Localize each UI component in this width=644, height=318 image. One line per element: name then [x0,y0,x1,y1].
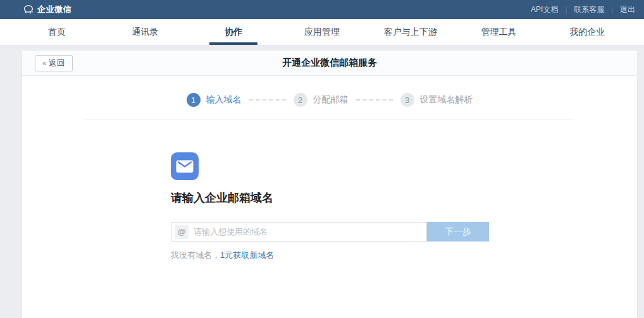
step-number-badge: 3 [400,93,414,107]
input-row: @ 下一步 [171,222,637,242]
tab-customers[interactable]: 客户与上下游 [366,19,455,45]
topbar: 企业微信 API文档 ｜ 联系客服 ｜ 退出 [0,0,644,19]
step-connector [356,99,393,101]
logo-text: 企业微信 [37,4,71,15]
step-indicator: 1 输入域名 2 分配邮箱 3 设置域名解析 [22,93,637,107]
back-button-label: 返回 [49,58,65,69]
main-nav: 首页 通讯录 协作 应用管理 客户与上下游 管理工具 我的企业 [0,19,644,46]
back-chevron-icon: « [42,59,47,68]
domain-input-wrapper: @ [171,222,427,242]
tab-contacts[interactable]: 通讯录 [101,19,190,45]
form-heading: 请输入企业邮箱域名 [171,190,637,205]
api-docs-link[interactable]: API文档 [531,4,558,15]
tab-collaboration[interactable]: 协作 [189,19,278,45]
tab-admin-tools[interactable]: 管理工具 [455,19,543,45]
domain-form: 请输入企业邮箱域名 @ 下一步 我没有域名，1元获取新域名 [171,152,637,261]
separator: ｜ [609,5,616,15]
hint-text: 我没有域名， [171,250,220,260]
step-label: 分配邮箱 [313,94,349,106]
chat-bubble-icon [23,4,34,15]
step-label: 设置域名解析 [420,94,473,106]
at-symbol-icon: @ [175,225,189,239]
next-step-button[interactable]: 下一步 [427,222,489,242]
step-enter-domain: 1 输入域名 [187,93,242,107]
tab-my-company[interactable]: 我的企业 [543,19,631,45]
tab-home[interactable]: 首页 [13,19,101,45]
mail-setup-card: « 返回 开通企业微信邮箱服务 1 输入域名 2 分配邮箱 3 [22,51,637,318]
topbar-links: API文档 ｜ 联系客服 ｜ 退出 [531,4,635,15]
page-title: 开通企业微信邮箱服务 [282,57,377,69]
content-area: « 返回 开通企业微信邮箱服务 1 输入域名 2 分配邮箱 3 [0,46,644,318]
separator: ｜ [562,5,569,15]
screen: 企业微信 API文档 ｜ 联系客服 ｜ 退出 首页 通讯录 协作 应用管理 客户… [0,0,644,318]
mail-icon [171,152,199,180]
no-domain-hint: 我没有域名，1元获取新域名 [171,250,637,261]
step-dns-setup: 3 设置域名解析 [400,93,473,107]
divider [85,119,574,119]
step-number-badge: 1 [187,93,201,107]
card-header: « 返回 开通企业微信邮箱服务 [22,51,637,76]
back-button[interactable]: « 返回 [35,55,73,71]
app-logo[interactable]: 企业微信 [23,4,71,15]
step-assign-mailbox: 2 分配邮箱 [294,93,349,107]
domain-input[interactable] [189,223,426,241]
get-domain-link[interactable]: 1元获取新域名 [220,250,274,260]
step-label: 输入域名 [206,94,242,106]
tab-app-management[interactable]: 应用管理 [278,19,366,45]
step-connector [249,99,286,101]
contact-support-link[interactable]: 联系客服 [574,4,604,15]
logout-link[interactable]: 退出 [620,4,635,15]
step-number-badge: 2 [294,93,307,107]
